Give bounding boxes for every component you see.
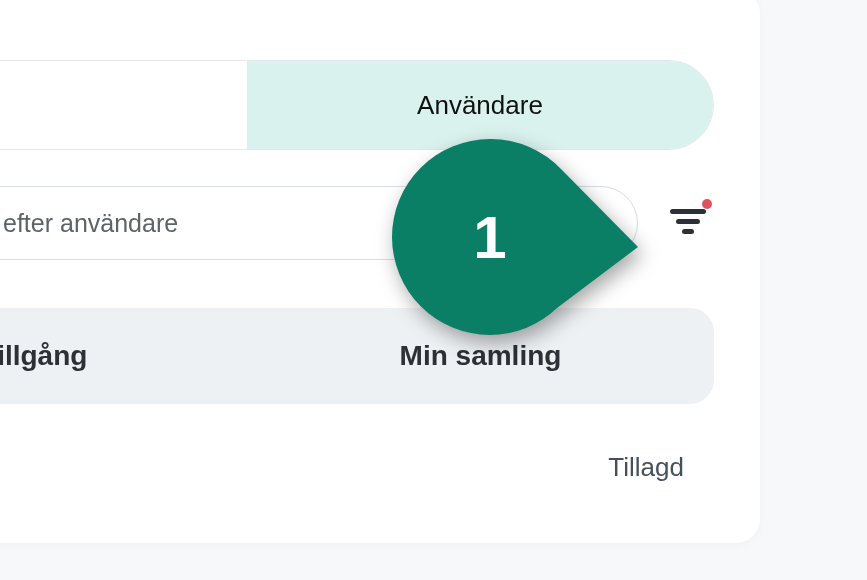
segment-bar: enstillgång Min samling xyxy=(0,308,714,404)
search-field-wrap[interactable] xyxy=(0,186,638,260)
svg-rect-4 xyxy=(682,229,694,234)
segment-access[interactable]: enstillgång xyxy=(0,308,247,404)
segment-my-collection-label: Min samling xyxy=(400,340,562,372)
filter-icon xyxy=(670,207,706,239)
segment-access-label: enstillgång xyxy=(0,340,87,372)
tab-users-label: Användare xyxy=(417,90,543,121)
svg-rect-3 xyxy=(676,219,700,224)
main-panel: Användare xyxy=(0,0,760,543)
search-row xyxy=(0,186,714,260)
filter-active-dot-icon xyxy=(702,199,712,209)
segment-my-collection[interactable]: Min samling xyxy=(247,308,714,404)
svg-rect-2 xyxy=(670,209,706,214)
search-input[interactable] xyxy=(0,209,609,238)
column-added-label: Tillagd xyxy=(608,452,684,483)
filter-button[interactable] xyxy=(662,197,714,249)
tab-users[interactable]: Användare xyxy=(247,61,713,149)
column-header-row: Tillagd xyxy=(0,452,714,483)
tab-other-left[interactable] xyxy=(0,61,247,149)
tab-bar: Användare xyxy=(0,60,714,150)
